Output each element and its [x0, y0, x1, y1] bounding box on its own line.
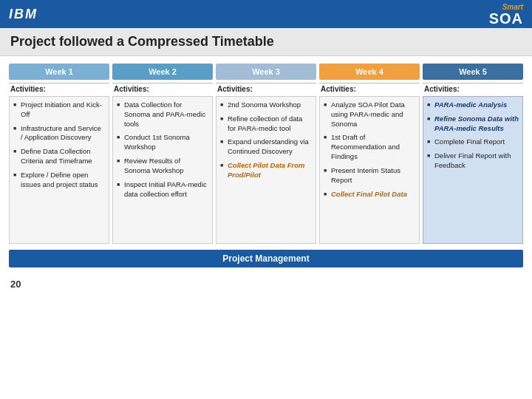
activities-row: Activities: Activities: Activities: Acti… — [9, 83, 523, 95]
list-item: Inspect Initial PARA-medic data collecti… — [117, 180, 208, 200]
week5-column: PARA-medic Analysis Refine Sonoma Data w… — [423, 96, 523, 244]
page-footer: 20 — [0, 276, 532, 293]
list-item-highlight: Collect Pilot Data From Prod/Pilot — [220, 161, 312, 180]
activities-label-2: Activities: — [112, 83, 213, 95]
week1-column: Project Initiation and Kick-Off Infrastr… — [9, 96, 109, 244]
list-item: Refine collection of data for PARA-medic… — [220, 115, 312, 134]
header: IBM Smart SOA — [0, 0, 532, 28]
list-item: Deliver Final Report with Feedback — [427, 151, 519, 171]
week2-column: Data Collection for Sonoma and PARA-medi… — [112, 96, 213, 244]
week-3-header: Week 3 — [216, 64, 316, 80]
columns-row: Project Initiation and Kick-Off Infrastr… — [9, 96, 523, 244]
list-item: Review Results of Sonoma Workshop — [117, 157, 208, 176]
ibm-logo: IBM — [9, 7, 38, 22]
smart-soa-logo: Smart SOA — [489, 3, 523, 26]
list-item: Complete Final Report — [427, 137, 519, 147]
week3-column: 2nd Sonoma Workshop Refine collection of… — [216, 96, 316, 244]
weeks-row: Week 1 Week 2 Week 3 Week 4 Week 5 — [9, 64, 523, 80]
page-number: 20 — [10, 279, 21, 290]
smart-text: Smart — [502, 3, 523, 11]
list-item: Expand understanding via Continued Disco… — [220, 137, 312, 157]
list-item-bold: Refine Sonoma Data with PARA-medic Resul… — [427, 115, 519, 134]
list-item: 1st Draft of Recommendation and Findings — [324, 133, 415, 161]
week-1-header: Week 1 — [9, 64, 109, 80]
activities-label-5: Activities: — [423, 83, 523, 95]
week-5-header: Week 5 — [423, 64, 523, 80]
project-management-bar: Project Management — [9, 250, 523, 267]
main-content: Week 1 Week 2 Week 3 Week 4 Week 5 Activ… — [0, 56, 532, 276]
activities-label-1: Activities: — [9, 83, 109, 95]
list-item: 2nd Sonoma Workshop — [220, 100, 312, 110]
week4-column: Analyze SOA Pilot Data using PARA-medic … — [319, 96, 420, 244]
list-item: Present Interim Status Report — [324, 166, 415, 185]
list-item: Explore / Define open issues and project… — [13, 171, 105, 190]
list-item: Infrastructure and Service / Application… — [13, 124, 105, 143]
page-title: Project followed a Compressed Timetable — [0, 28, 532, 56]
list-item: Conduct 1st Sonoma Workshop — [117, 133, 208, 152]
list-item: Analyze SOA Pilot Data using PARA-medic … — [324, 100, 415, 129]
list-item: Data Collection for Sonoma and PARA-medi… — [117, 100, 208, 129]
list-item-bold: PARA-medic Analysis — [427, 100, 519, 110]
list-item-highlight: Collect Final Pilot Data — [324, 190, 415, 200]
activities-label-4: Activities: — [319, 83, 420, 95]
list-item: Define Data Collection Criteria and Time… — [13, 147, 105, 166]
week-2-header: Week 2 — [112, 64, 213, 80]
soa-text: SOA — [489, 11, 523, 26]
list-item: Project Initiation and Kick-Off — [13, 100, 105, 120]
week-4-header: Week 4 — [319, 64, 420, 80]
activities-label-3: Activities: — [216, 83, 316, 95]
